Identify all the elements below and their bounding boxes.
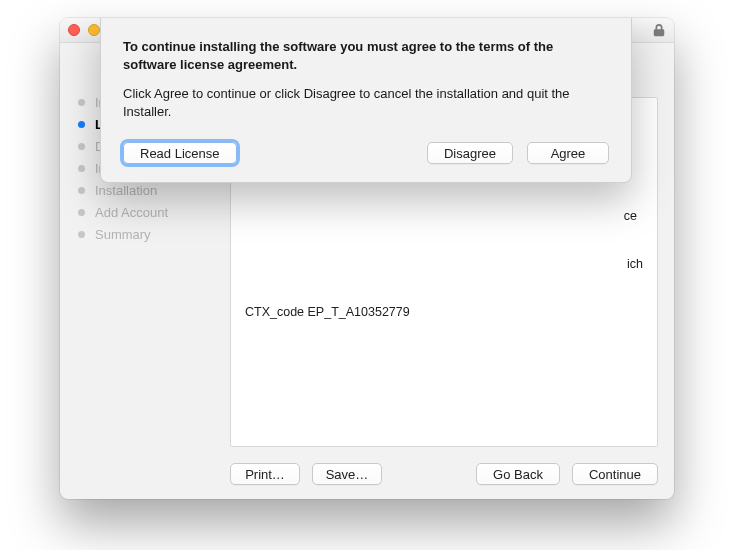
- bottom-button-row: Print… Save… Go Back Continue: [230, 457, 658, 487]
- step-dot-icon: [78, 231, 85, 238]
- go-back-button[interactable]: Go Back: [476, 463, 560, 485]
- sheet-subtext: Click Agree to continue or click Disagre…: [123, 85, 609, 120]
- sidebar-item-add-account: Add Account: [78, 201, 230, 223]
- license-text-fragment: ich: [245, 254, 643, 274]
- step-dot-icon: [78, 165, 85, 172]
- agree-button[interactable]: Agree: [527, 142, 609, 164]
- installer-window: Install Citrix Workspace Introduction Li…: [60, 18, 674, 499]
- step-dot-icon: [78, 143, 85, 150]
- sidebar-item-summary: Summary: [78, 223, 230, 245]
- license-text-fragment: ce: [245, 206, 643, 226]
- minimize-icon[interactable]: [88, 24, 100, 36]
- read-license-button[interactable]: Read License: [123, 142, 237, 164]
- step-dot-icon: [78, 121, 85, 128]
- close-icon[interactable]: [68, 24, 80, 36]
- step-dot-icon: [78, 99, 85, 106]
- step-dot-icon: [78, 187, 85, 194]
- license-agreement-sheet: To continue installing the software you …: [100, 18, 632, 183]
- sheet-heading: To continue installing the software you …: [123, 38, 609, 73]
- step-dot-icon: [78, 209, 85, 216]
- disagree-button[interactable]: Disagree: [427, 142, 513, 164]
- print-button[interactable]: Print…: [230, 463, 300, 485]
- sidebar-item-label: Installation: [95, 183, 157, 198]
- sidebar-item-label: Add Account: [95, 205, 168, 220]
- save-button[interactable]: Save…: [312, 463, 382, 485]
- license-code-line: CTX_code EP_T_A10352779: [245, 302, 643, 322]
- continue-button[interactable]: Continue: [572, 463, 658, 485]
- lock-icon[interactable]: [652, 23, 666, 37]
- sidebar-item-label: Summary: [95, 227, 151, 242]
